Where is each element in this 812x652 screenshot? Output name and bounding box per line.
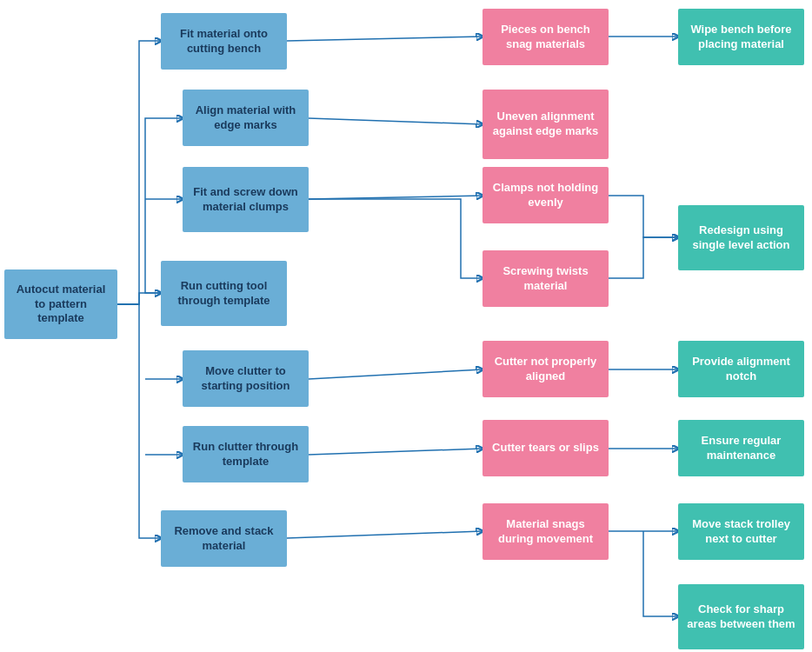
node-s1: Wipe bench before placing material — [678, 9, 804, 65]
node-s4: Ensure regular maintenance — [678, 420, 804, 476]
svg-line-1 — [309, 118, 483, 124]
node-n1: Fit material onto cutting bench — [161, 13, 287, 70]
node-n2: Align material with edge marks — [183, 90, 309, 146]
svg-line-3 — [309, 369, 483, 379]
node-n4: Run cutting tool through template — [161, 261, 287, 326]
node-p6: Cutter tears or slips — [483, 420, 609, 476]
node-n5: Move clutter to starting position — [183, 350, 309, 407]
node-s2: Redesign using single level action — [678, 205, 804, 270]
node-p7: Material snags during movement — [483, 503, 609, 560]
node-p4: Screwing twists material — [483, 250, 609, 307]
svg-line-0 — [287, 37, 483, 41]
node-p1: Pieces on bench snag materials — [483, 9, 609, 65]
svg-line-5 — [287, 531, 483, 538]
node-p2: Uneven alignment against edge marks — [483, 90, 609, 159]
diagram: Autocut material to pattern template Fit… — [0, 0, 812, 652]
node-root: Autocut material to pattern template — [4, 269, 117, 339]
node-s3: Provide alignment notch — [678, 341, 804, 397]
node-s6: Check for sharp areas between them — [678, 584, 804, 649]
svg-line-4 — [309, 449, 483, 455]
node-n7: Remove and stack material — [161, 510, 287, 567]
node-n6: Run clutter through template — [183, 426, 309, 482]
node-n3: Fit and screw down material clumps — [183, 167, 309, 232]
node-p5: Cutter not properly aligned — [483, 341, 609, 397]
node-p3: Clamps not holding evenly — [483, 167, 609, 223]
node-s5: Move stack trolley next to cutter — [678, 503, 804, 560]
